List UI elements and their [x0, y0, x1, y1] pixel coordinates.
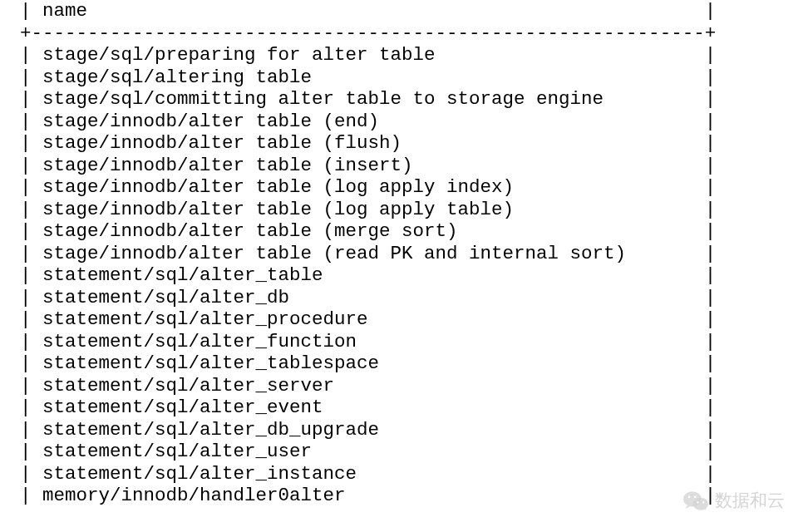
svg-point-5 — [702, 501, 704, 503]
svg-point-4 — [697, 501, 698, 503]
watermark-badge: 数据和云 — [683, 489, 785, 512]
document-canvas: | name | +------------------------------… — [0, 0, 808, 532]
svg-point-2 — [688, 495, 691, 498]
watermark-text: 数据和云 — [715, 489, 785, 512]
wechat-icon — [683, 490, 708, 511]
svg-point-1 — [693, 498, 708, 510]
svg-point-3 — [694, 495, 697, 498]
mysql-output-block: | name | +------------------------------… — [0, 0, 736, 507]
